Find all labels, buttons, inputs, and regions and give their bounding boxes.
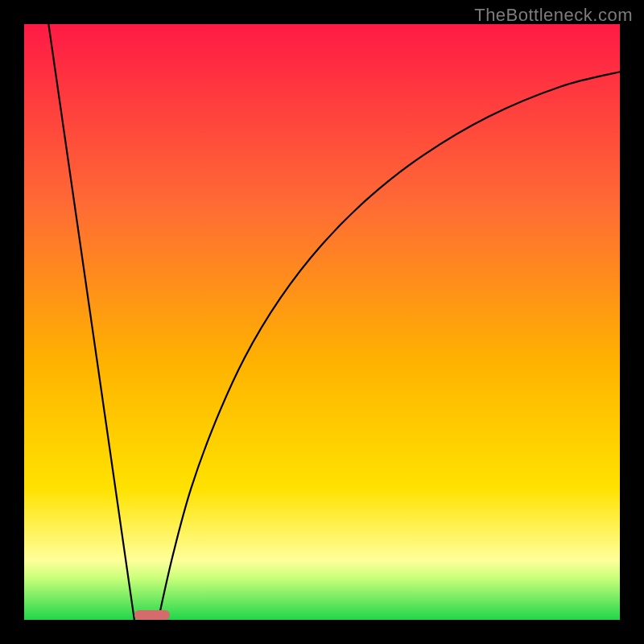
plot-area bbox=[24, 24, 620, 620]
chart-frame: TheBottleneck.com bbox=[0, 0, 644, 644]
watermark-text: TheBottleneck.com bbox=[474, 5, 633, 26]
bottleneck-curve bbox=[24, 24, 620, 620]
minimum-marker bbox=[134, 610, 170, 620]
curve-left-segment bbox=[48, 24, 134, 620]
curve-right-segment bbox=[159, 72, 621, 620]
